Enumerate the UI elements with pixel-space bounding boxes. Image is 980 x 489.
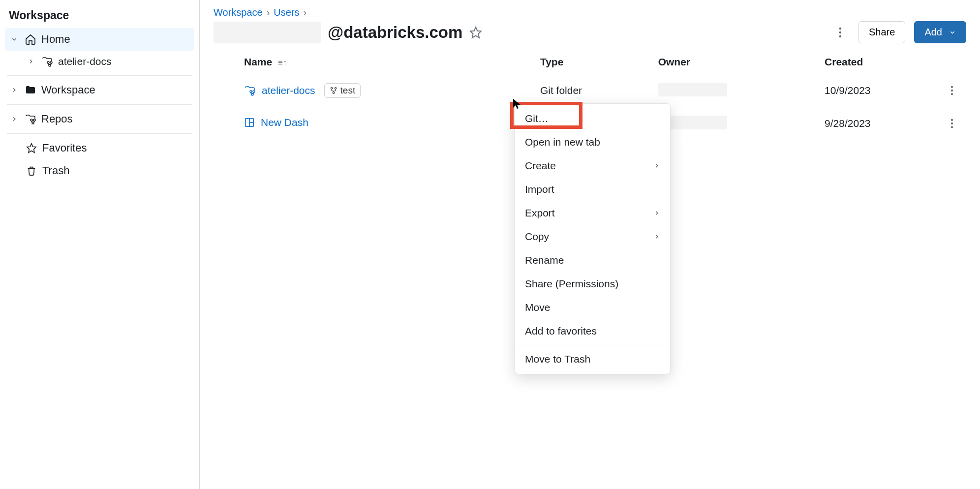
chevron-right-icon (11, 116, 20, 122)
ctx-item-share[interactable]: Share (Permissions) (515, 272, 670, 296)
share-button[interactable]: Share (858, 21, 905, 43)
sidebar-item-workspace[interactable]: Workspace (0, 79, 199, 101)
trash-icon (26, 165, 37, 176)
row-created: 9/28/2023 (820, 107, 938, 140)
row-type: Git folder (535, 74, 653, 107)
branch-tag[interactable]: test (324, 83, 361, 98)
redacted-owner (658, 83, 727, 96)
chevron-right-icon (653, 210, 660, 216)
page-title-suffix: @databricks.com (328, 23, 462, 42)
favorite-star-icon[interactable] (469, 26, 482, 39)
breadcrumb-workspace[interactable]: Workspace (214, 7, 263, 18)
page-header: @databricks.com Share Add (214, 21, 966, 43)
add-button-label: Add (924, 27, 942, 38)
git-folder-icon (244, 85, 256, 96)
ctx-item-move[interactable]: Move (515, 296, 670, 319)
dashboard-icon (244, 117, 255, 128)
star-icon (26, 143, 37, 153)
svg-marker-7 (470, 27, 481, 38)
svg-point-24 (951, 122, 953, 124)
svg-point-17 (951, 86, 953, 88)
ctx-item-favorites[interactable]: Add to favorites (515, 319, 670, 343)
page-title: @databricks.com (214, 22, 482, 43)
chevron-right-icon (11, 87, 20, 93)
ctx-item-trash[interactable]: Move to Trash (515, 347, 670, 371)
context-menu: Git… Open in new tab Create Import Expor… (515, 103, 671, 374)
svg-point-25 (951, 126, 953, 128)
svg-point-23 (951, 119, 953, 121)
ctx-item-git[interactable]: Git… (515, 107, 670, 130)
svg-point-18 (951, 90, 953, 92)
branch-icon (330, 87, 337, 94)
sidebar-item-label: atelier-docs (58, 56, 112, 67)
row-created: 10/9/2023 (820, 74, 938, 107)
svg-point-19 (951, 93, 953, 95)
svg-point-1 (50, 61, 52, 63)
sidebar-item-atelier-docs[interactable]: atelier-docs (0, 51, 199, 72)
col-name[interactable]: Name ≡↑ (214, 50, 535, 74)
divider (7, 75, 192, 76)
redacted-username (214, 22, 321, 43)
row-name-link[interactable]: New Dash (261, 117, 308, 128)
svg-point-11 (250, 91, 252, 92)
ctx-item-copy[interactable]: Copy (515, 225, 670, 248)
sidebar: Workspace Home atelier-docs (0, 0, 200, 489)
breadcrumb: Workspace › Users › (214, 7, 966, 18)
svg-point-0 (47, 61, 49, 63)
chevron-right-icon (653, 162, 660, 169)
ctx-item-open-new-tab[interactable]: Open in new tab (515, 130, 670, 154)
sidebar-item-home[interactable]: Home (5, 28, 194, 51)
row-name-link[interactable]: atelier-docs (262, 85, 315, 96)
main-content: Workspace › Users › @databricks.com Shar… (200, 0, 980, 489)
ctx-item-export[interactable]: Export (515, 201, 670, 225)
chevron-right-icon (28, 58, 36, 65)
row-kebab-button[interactable] (943, 81, 961, 100)
row-kebab-button[interactable] (943, 114, 961, 133)
svg-marker-6 (27, 144, 36, 153)
col-owner[interactable]: Owner (653, 50, 820, 74)
home-icon (25, 33, 36, 45)
repos-icon (25, 114, 36, 124)
svg-point-15 (335, 87, 336, 89)
divider (7, 133, 192, 134)
chevron-right-icon (653, 233, 660, 240)
svg-point-3 (31, 119, 32, 121)
col-created[interactable]: Created (820, 50, 938, 74)
svg-point-12 (253, 91, 255, 92)
git-folder-icon (41, 56, 53, 67)
svg-point-16 (333, 92, 334, 93)
breadcrumb-separator-icon: › (304, 7, 307, 18)
breadcrumb-separator-icon: › (267, 7, 270, 18)
chevron-down-icon (949, 29, 956, 36)
sidebar-item-label: Home (41, 33, 70, 46)
sort-asc-icon: ≡↑ (278, 58, 287, 67)
sidebar-title: Workspace (0, 9, 199, 28)
ctx-item-rename[interactable]: Rename (515, 248, 670, 272)
chevron-down-icon (11, 36, 20, 43)
ctx-item-import[interactable]: Import (515, 178, 670, 201)
divider (515, 345, 670, 345)
svg-point-8 (839, 27, 841, 29)
table-row[interactable]: atelier-docs test Git folder (214, 74, 966, 107)
svg-point-10 (839, 35, 841, 37)
sidebar-item-trash[interactable]: Trash (0, 159, 199, 182)
sidebar-item-label: Trash (42, 164, 69, 177)
folder-icon (25, 85, 36, 95)
svg-point-4 (33, 119, 35, 121)
sidebar-item-label: Favorites (42, 142, 87, 154)
add-button[interactable]: Add (914, 21, 966, 43)
breadcrumb-users[interactable]: Users (274, 7, 299, 18)
sidebar-item-label: Workspace (41, 84, 95, 96)
sidebar-item-label: Repos (41, 113, 73, 125)
ctx-item-create[interactable]: Create (515, 154, 670, 178)
sidebar-item-favorites[interactable]: Favorites (0, 137, 199, 159)
header-kebab-button[interactable] (831, 23, 850, 42)
divider (7, 104, 192, 105)
svg-point-14 (331, 87, 332, 89)
sidebar-item-repos[interactable]: Repos (0, 108, 199, 130)
branch-label: test (340, 85, 356, 96)
col-type[interactable]: Type (535, 50, 653, 74)
svg-point-9 (839, 31, 841, 33)
